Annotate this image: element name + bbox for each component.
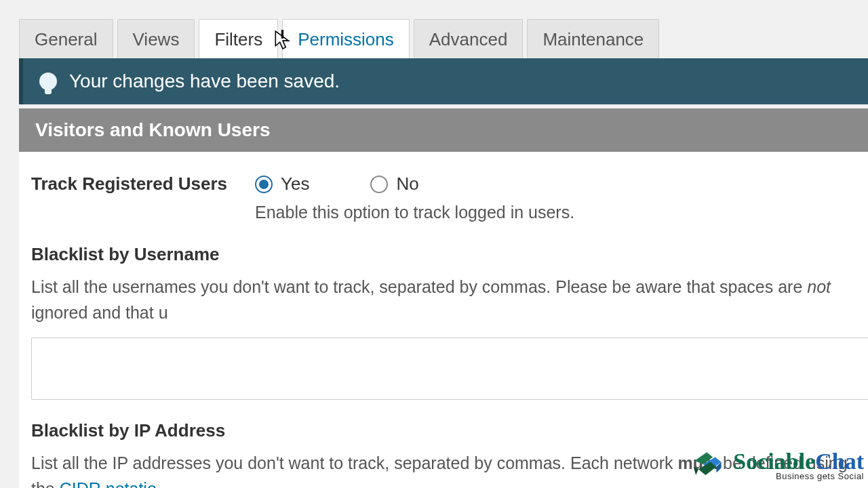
radio-yes[interactable]: Yes: [255, 174, 309, 195]
cidr-link[interactable]: CIDR notatio: [60, 479, 157, 489]
blacklist-username-title: Blacklist by Username: [31, 244, 856, 265]
blacklist-username-input[interactable]: [31, 338, 868, 400]
track-registered-help: Enable this option to track logged in us…: [255, 203, 852, 222]
blacklist-username-desc: List all the usernames you don't want to…: [31, 274, 856, 325]
radio-icon: [255, 176, 273, 193]
brand-name-2: Chat: [815, 449, 864, 474]
save-notice: Your changes have been saved.: [19, 58, 868, 104]
lightbulb-icon: [39, 73, 57, 90]
notice-text: Your changes have been saved.: [69, 70, 340, 92]
tab-maintenance[interactable]: Maintenance: [527, 19, 659, 58]
tab-permissions[interactable]: Permissions: [282, 19, 410, 58]
blacklist-ip-title: Blacklist by IP Address: [31, 420, 856, 441]
brand-mark-icon: [690, 449, 726, 481]
tabs: General Views Filters Permissions Advanc…: [19, 19, 868, 58]
tab-filters[interactable]: Filters: [199, 19, 278, 58]
section-header: Visitors and Known Users: [19, 108, 868, 152]
tab-views[interactable]: Views: [117, 19, 195, 58]
radio-no[interactable]: No: [370, 174, 418, 195]
radio-no-label: No: [396, 174, 418, 195]
tab-general[interactable]: General: [19, 19, 113, 58]
brand-logo: SociableChat Business gets Social: [690, 449, 864, 481]
track-registered-label: Track Registered Users: [31, 174, 255, 222]
content-panel: Track Registered Users Yes No Enable thi…: [19, 152, 868, 488]
radio-yes-label: Yes: [281, 174, 309, 195]
radio-icon: [370, 176, 388, 193]
brand-name-1: Sociable: [733, 449, 815, 474]
tab-advanced[interactable]: Advanced: [414, 19, 524, 58]
